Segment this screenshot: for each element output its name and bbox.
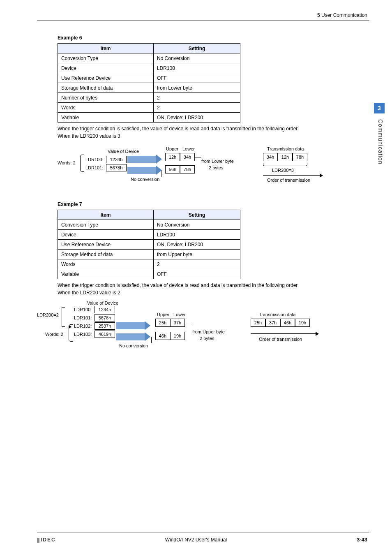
- words-label: Words: 2: [45, 332, 63, 337]
- cell-setting: from Upper byte: [153, 250, 240, 259]
- upper-label: Upper: [166, 146, 178, 151]
- cell-item: Storage Method of data: [58, 83, 154, 93]
- transmission-data-label: Transmission data: [267, 146, 304, 151]
- byte-box: 25h: [155, 319, 170, 327]
- cell-setting: ON, Device: LDR200: [153, 113, 240, 123]
- bracket-icon: [62, 307, 65, 327]
- ldr101-label: LDR101:: [74, 315, 92, 320]
- example6-table: Item Setting Conversion TypeNo Conversio…: [58, 43, 240, 123]
- cell-setting: No Conversion: [153, 220, 240, 230]
- value-box: 2537h: [95, 322, 115, 330]
- example6-note2: When the LDR200 value is 3: [58, 133, 370, 139]
- value-box: 1234h: [106, 156, 127, 163]
- example7-note1: When the trigger condition is satisfied,…: [58, 282, 370, 288]
- cell-item: Device: [58, 230, 154, 240]
- bytes-label: 2 bytes: [200, 336, 214, 341]
- from-lower-label: from Lower byte: [201, 159, 234, 164]
- example7-note2: When the LDR200 value is 2: [58, 290, 370, 296]
- arrowhead-icon: [316, 332, 319, 336]
- arrow-icon: [116, 322, 145, 329]
- page-content: Example 6 Item Setting Conversion TypeNo…: [58, 35, 370, 366]
- example6-note1: When the trigger condition is satisfied,…: [58, 126, 370, 132]
- from-upper-label: from Upper byte: [192, 329, 225, 334]
- transmission-data-label: Transmission data: [259, 312, 295, 317]
- trans-byte-box: 25h: [251, 319, 265, 327]
- byte-box: 34h: [180, 153, 195, 161]
- table-row: Conversion TypeNo Conversion: [58, 53, 240, 63]
- upper-label: Upper: [157, 312, 169, 317]
- order-label: Order of transmission: [267, 178, 310, 183]
- example6-title: Example 6: [58, 35, 370, 41]
- col-setting: Setting: [153, 44, 240, 53]
- ldr101-label: LDR101:: [85, 165, 103, 170]
- brace-icon: [80, 155, 84, 172]
- value-box: 5678h: [95, 314, 115, 321]
- cell-setting: from Lower byte: [153, 83, 240, 93]
- table-row: Number of bytes2: [58, 93, 240, 103]
- table-row: Storage Method of datafrom Upper byte: [58, 250, 240, 259]
- byte-box: 12h: [165, 153, 180, 161]
- trans-byte-box: 19h: [295, 319, 310, 327]
- cell-setting: LDR100: [153, 63, 240, 73]
- table-row: Conversion TypeNo Conversion: [58, 220, 240, 230]
- table-row: VariableON, Device: LDR200: [58, 113, 240, 123]
- ldr100-label: LDR100:: [74, 307, 92, 312]
- cell-setting: OFF: [153, 269, 240, 279]
- lower-label: Lower: [182, 146, 195, 151]
- byte-box: 37h: [170, 319, 185, 327]
- example7-table: Item Setting Conversion TypeNo Conversio…: [58, 210, 240, 279]
- trans-byte-box: 78h: [293, 153, 307, 161]
- cell-item: Variable: [58, 113, 154, 123]
- trans-byte-box: 34h: [263, 153, 278, 161]
- arrow-icon: [116, 333, 145, 340]
- trans-byte-box: 46h: [280, 319, 295, 327]
- cell-item: Device: [58, 63, 154, 73]
- no-conversion-label: No conversion: [119, 343, 148, 348]
- example7-title: Example 7: [58, 201, 370, 207]
- table-row: Words2: [58, 103, 240, 113]
- example7-diagram: LDR200=2 Words: 2 Value of Device LDR100…: [37, 299, 370, 356]
- table-row: VariableOFF: [58, 269, 240, 279]
- connector-line: [195, 157, 201, 157]
- value-of-device-label: Value of Device: [108, 149, 139, 154]
- trans-byte-box: 12h: [278, 153, 293, 161]
- ldr200-eq-label: LDR200=2: [37, 312, 59, 317]
- brace-icon: [69, 324, 73, 342]
- table-row: DeviceLDR100: [58, 230, 240, 240]
- connector-line: [185, 323, 191, 323]
- lower-label: Lower: [173, 312, 186, 317]
- footer-divider: [37, 532, 369, 532]
- cell-item: Conversion Type: [58, 53, 154, 63]
- footer-title: WindO/I-NV2 User's Manual: [0, 537, 392, 543]
- byte-box: 46h: [155, 332, 170, 340]
- byte-box: 19h: [170, 332, 185, 340]
- value-box: 4619h: [95, 331, 115, 338]
- col-item: Item: [58, 44, 154, 53]
- ldr102-label: LDR102:: [74, 324, 92, 328]
- leader-line: [151, 337, 152, 343]
- order-line: [251, 333, 316, 334]
- cell-setting: 2: [153, 93, 240, 103]
- byte-box: 56h: [165, 165, 180, 173]
- table-row: DeviceLDR100: [58, 63, 240, 73]
- value-of-device-label: Value of Device: [87, 301, 118, 305]
- cell-setting: OFF: [153, 73, 240, 83]
- cell-setting: ON, Device: LDR200: [153, 240, 240, 250]
- value-box: 1234h: [95, 306, 115, 313]
- trans-byte-box: 37h: [265, 319, 280, 327]
- col-setting: Setting: [153, 210, 240, 220]
- order-label: Order of transmission: [259, 337, 302, 342]
- example6-diagram: Words: 2 Value of Device LDR100: LDR101:…: [58, 142, 370, 192]
- chapter-label: Communication: [377, 119, 384, 164]
- footer-page: 3-43: [357, 536, 367, 543]
- under-brace-icon: [263, 163, 307, 166]
- cell-item: Number of bytes: [58, 93, 154, 103]
- bytes-label: 2 bytes: [209, 165, 223, 170]
- words-label: Words: 2: [58, 160, 76, 165]
- arrowhead-icon: [320, 173, 323, 178]
- table-row: Use Reference DeviceON, Device: LDR200: [58, 240, 240, 250]
- table-row: Storage Method of datafrom Lower byte: [58, 83, 240, 93]
- cell-setting: 2: [153, 259, 240, 269]
- cell-item: Use Reference Device: [58, 73, 154, 83]
- table-row: Use Reference DeviceOFF: [58, 73, 240, 83]
